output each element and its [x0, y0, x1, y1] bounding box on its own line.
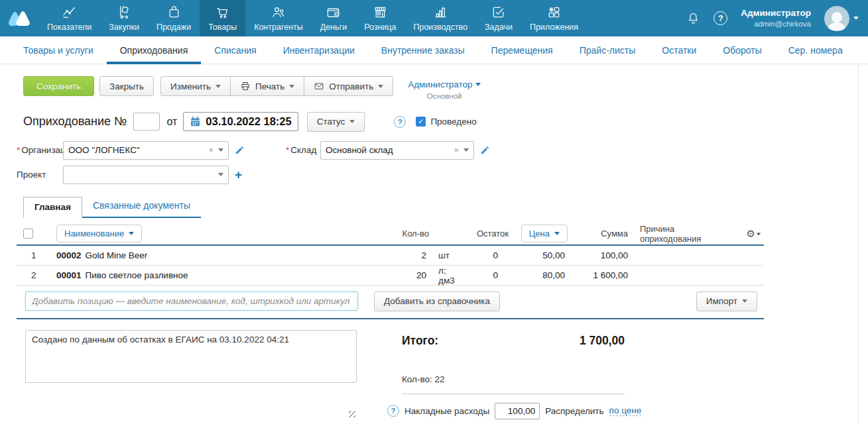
- topbar-right: ? Администратор admin@chirkova: [686, 0, 868, 36]
- nav-label: Показатели: [47, 23, 92, 32]
- approved-checkbox[interactable]: ✓: [416, 117, 426, 127]
- nav-label: Розница: [364, 23, 396, 32]
- edit-warehouse-pencil-icon[interactable]: [480, 145, 490, 155]
- subnav-item-ser-nomera[interactable]: Сер. номера: [775, 36, 856, 64]
- subnav-item-oboroty[interactable]: Обороты: [710, 36, 775, 64]
- row-qty: 20: [388, 270, 434, 280]
- bell-icon[interactable]: [686, 11, 700, 25]
- caret-down-icon: [216, 85, 221, 88]
- distribute-by-price-link[interactable]: по цене: [609, 405, 642, 416]
- nav-item-proizvodstvo[interactable]: Производство: [404, 0, 476, 36]
- tab-linked-documents[interactable]: Связанные документы: [82, 195, 201, 218]
- caret-down-icon: [129, 232, 134, 235]
- subnav: Товары и услуги Оприходования Списания И…: [0, 36, 868, 64]
- price-column-label: Цена: [529, 229, 550, 238]
- row-sum: 100,00: [570, 250, 633, 260]
- comment-textarea[interactable]: Создано по данным об остатках в ЕГАИС на…: [25, 330, 357, 383]
- required-marker: *: [17, 145, 20, 155]
- nav-item-zakupki[interactable]: Закупки: [100, 0, 148, 36]
- send-button[interactable]: Отправить: [304, 76, 393, 96]
- add-project-icon[interactable]: +: [235, 168, 242, 181]
- organization-select[interactable]: ООО "ЛОГНЕКС" ×: [63, 141, 229, 160]
- nav-label: Товары: [208, 23, 237, 32]
- page-title: Оприходование №: [23, 115, 127, 129]
- row-unit: л; дм3: [434, 266, 464, 286]
- user-menu[interactable]: [824, 6, 859, 31]
- totals-block: Итого: 1 700,00 Кол-во: 22 ? Накладные р…: [387, 330, 625, 419]
- warehouse-select[interactable]: Основной склад ×: [320, 141, 474, 160]
- approved-label: Проведено: [430, 117, 476, 127]
- column-settings-button[interactable]: ⚙: [734, 228, 764, 240]
- nav-item-dengi[interactable]: Деньги: [312, 0, 355, 36]
- subnav-item-prajs-listy[interactable]: Прайс-листы: [566, 36, 649, 64]
- user-block[interactable]: Администратор admin@chirkova: [741, 8, 811, 28]
- nav-item-prilozheniya[interactable]: Приложения: [521, 0, 587, 36]
- caret-down-icon: [554, 232, 560, 235]
- subnav-item-tovary-i-uslugi[interactable]: Товары и услуги: [10, 36, 107, 64]
- save-button[interactable]: Сохранить: [23, 76, 94, 96]
- nav-item-zadachi[interactable]: Задачи: [476, 0, 521, 36]
- nav-label: Задачи: [485, 23, 513, 32]
- row-price: 50,00: [514, 250, 570, 260]
- overhead-help-icon[interactable]: ?: [387, 405, 399, 417]
- positions-table: Наименование Кол-во Остаток Цена Сумма П…: [17, 223, 764, 286]
- print-button[interactable]: Печать: [230, 76, 304, 96]
- edit-button[interactable]: Изменить: [160, 76, 231, 96]
- field-row-org-warehouse: *Организация ООО "ЛОГНЕКС" × *Склад Осно…: [17, 141, 868, 160]
- subnav-item-inventarizacii[interactable]: Инвентаризации: [270, 36, 368, 64]
- nav-item-tovary[interactable]: Товары: [200, 0, 245, 36]
- table-row[interactable]: 1 00002Gold Mine Beer 2 шт 0 50,00 100,0…: [17, 246, 764, 266]
- project-select[interactable]: [63, 166, 229, 184]
- organization-value: ООО "ЛОГНЕКС": [68, 145, 208, 155]
- row-name: 00002Gold Mine Beer: [56, 250, 388, 260]
- subnav-item-peremescheniya[interactable]: Перемещения: [478, 36, 566, 64]
- document-date-picker[interactable]: 03.10.2022 18:25: [183, 112, 298, 131]
- clear-icon[interactable]: ×: [208, 145, 214, 155]
- subnav-item-ostatki[interactable]: Остатки: [649, 36, 710, 64]
- document-number-input[interactable]: [133, 113, 160, 131]
- avatar: [824, 6, 849, 31]
- subnav-item-vnutrennie-zakazy[interactable]: Внутренние заказы: [368, 36, 478, 64]
- row-sum: 1 600,00: [570, 270, 633, 280]
- edit-organization-pencil-icon[interactable]: [235, 145, 245, 155]
- from-label: от: [166, 116, 177, 128]
- overhead-input[interactable]: [495, 403, 540, 419]
- employee-name: Администратор: [408, 80, 472, 89]
- table-row[interactable]: 2 00001Пиво светлое разливное 20 л; дм3 …: [17, 266, 764, 286]
- add-position-input[interactable]: [25, 292, 358, 311]
- tab-main[interactable]: Главная: [23, 197, 82, 218]
- nav-label: Контрагенты: [254, 23, 303, 32]
- nav-item-kontragenty[interactable]: Контрагенты: [245, 0, 312, 36]
- name-column-button[interactable]: Наименование: [56, 225, 142, 242]
- product-name: Пиво светлое разливное: [86, 270, 188, 280]
- add-from-catalog-button[interactable]: Добавить из справочника: [374, 292, 500, 311]
- name-column-label: Наименование: [64, 229, 124, 238]
- stock-column-header: Остаток: [464, 229, 514, 238]
- document-fields: *Организация ООО "ЛОГНЕКС" × *Склад Осно…: [17, 141, 868, 184]
- select-all-checkbox[interactable]: [23, 229, 33, 238]
- project-label: Проект: [17, 170, 63, 180]
- status-button[interactable]: Статус: [307, 112, 365, 132]
- moysklad-logo[interactable]: [0, 0, 38, 36]
- comment-wrap: Создано по данным об остатках в ЕГАИС на…: [25, 330, 357, 419]
- resize-handle[interactable]: [349, 411, 355, 417]
- subnav-item-oprihodovaniya[interactable]: Оприходования: [107, 36, 202, 64]
- subnav-item-spisaniya[interactable]: Списания: [201, 36, 269, 64]
- caret-down-icon: [475, 83, 481, 86]
- row-number: 2: [17, 270, 56, 280]
- approved-help-icon[interactable]: ?: [394, 116, 406, 128]
- import-button[interactable]: Импорт: [696, 292, 757, 311]
- close-button[interactable]: Закрыть: [99, 76, 154, 96]
- employee-department: Основной: [408, 91, 481, 101]
- employee-selector[interactable]: Администратор Основной: [408, 76, 481, 101]
- price-column-button[interactable]: Цена: [521, 225, 568, 242]
- nav-item-pokazateli[interactable]: Показатели: [38, 0, 100, 36]
- factory-bars-icon: [433, 5, 448, 20]
- nav-item-roznitsa[interactable]: Розница: [355, 0, 404, 36]
- help-icon[interactable]: ?: [713, 11, 727, 25]
- document-footer: Создано по данным об остатках в ЕГАИС на…: [25, 330, 868, 419]
- nav-item-prodazhi[interactable]: Продажи: [148, 0, 200, 36]
- scrollbar-track[interactable]: [858, 64, 859, 424]
- clear-icon[interactable]: ×: [454, 145, 459, 155]
- total-label: Итого:: [402, 334, 438, 348]
